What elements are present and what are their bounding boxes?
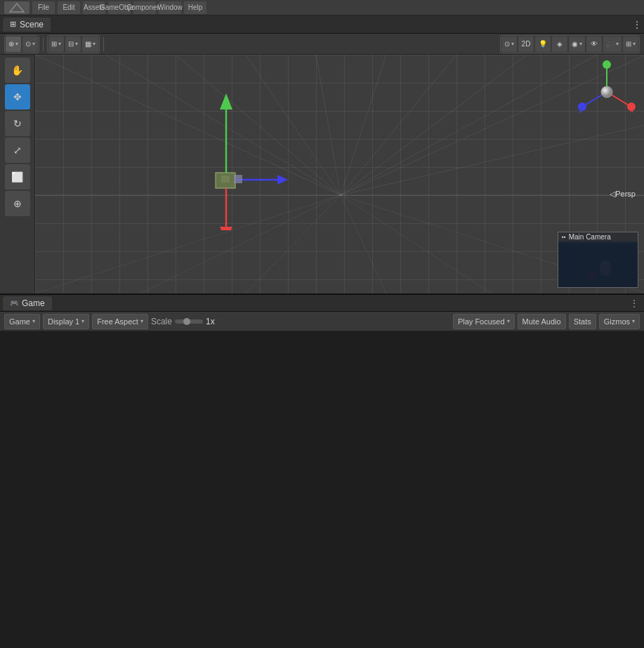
gizmos-btn[interactable]: Gizmos ▾ — [599, 314, 640, 329]
game-tab-more[interactable]: ⋮ — [627, 296, 641, 310]
move-snap-btn[interactable]: ⊞▾ — [48, 37, 64, 52]
game-tab-label: Game — [22, 298, 45, 308]
move-tool[interactable]: ✥ — [5, 84, 30, 110]
light-btn[interactable]: 💡 — [535, 37, 551, 52]
transform-tool[interactable]: ⊕ — [5, 191, 30, 216]
camera-preview: ▪▪ Main Camera — [558, 232, 638, 288]
rect-tool[interactable]: ⬜ — [5, 164, 30, 190]
svg-text:X: X — [630, 107, 634, 114]
scene-perspective — [35, 55, 644, 293]
scale-thumb — [183, 318, 190, 325]
render-group: ⊙▾ 2D 💡 ◈ ◉▾ 👁 🎥▾ ⊞▾ — [500, 35, 640, 53]
scale-area: Scale 1x — [151, 317, 215, 326]
globe-btn[interactable]: ⊙▾ — [501, 37, 517, 52]
svg-marker-23 — [220, 93, 232, 110]
svg-rect-42 — [588, 271, 596, 281]
transform-gizmo — [176, 90, 288, 232]
sep1 — [43, 37, 44, 51]
component-menu[interactable]: Component — [133, 1, 156, 14]
scene-toolbar: ⊕▾ ⊙▾ ⊞▾ ⊟▾ ▦▾ ⊙▾ 2D 💡 ◈ ◉▾ 👁 — [0, 34, 644, 55]
scene-tab-label: Scene — [20, 20, 44, 29]
transform-group: ⊞▾ ⊟▾ ▦▾ — [47, 35, 100, 53]
aspect-btn[interactable]: Free Aspect ▾ — [92, 314, 148, 329]
2d-btn[interactable]: 2D — [518, 37, 534, 52]
scene-tab-icon: ⊞ — [10, 20, 16, 29]
svg-text:Y: Y — [605, 60, 609, 65]
pivot-group: ⊕▾ ⊙▾ — [4, 35, 39, 53]
game-toolbar: Game ▾ Display 1 ▾ Free Aspect ▾ Scale 1… — [0, 312, 644, 331]
svg-point-36 — [601, 86, 612, 98]
gizmo-overlay: Y X Z — [575, 60, 638, 124]
audio-btn[interactable]: ◈ — [552, 37, 567, 52]
help-menu[interactable]: Help — [184, 1, 206, 14]
scene-tab-row: ⊞ Scene ⋮ — [0, 15, 644, 34]
game-tab-row: 🎮 Game ⋮ — [0, 293, 644, 312]
svg-marker-0 — [10, 4, 24, 12]
visibility-btn[interactable]: 👁 — [586, 37, 602, 52]
scene-container: ✋ ✥ ↻ ⤢ ⬜ ⊕ — [0, 55, 644, 293]
grid-btn[interactable]: ▦▾ — [82, 37, 98, 52]
display-btn[interactable]: Display 1 ▾ — [43, 314, 89, 329]
unity-logo — [4, 1, 29, 14]
game-tab-icon: 🎮 — [10, 299, 18, 307]
mute-audio-btn[interactable]: Mute Audio — [518, 314, 566, 329]
local-btn[interactable]: ⊙▾ — [22, 37, 38, 52]
file-menu[interactable]: File — [32, 1, 55, 14]
snap-btn[interactable]: ⊟▾ — [65, 37, 81, 52]
gizmo-btn[interactable]: ⊞▾ — [623, 37, 638, 52]
game-mode-btn[interactable]: Game ▾ — [4, 314, 40, 329]
svg-rect-40 — [570, 246, 626, 285]
svg-line-8 — [341, 55, 456, 195]
top-bar: File Edit Assets GameObject Component Wi… — [0, 0, 644, 15]
window-menu[interactable]: Window — [159, 1, 181, 14]
scene-viewport[interactable]: ◁Persp Y X Z — [35, 55, 644, 293]
play-focused-btn[interactable]: Play Focused ▾ — [453, 314, 515, 329]
persp-label: ◁Persp — [610, 190, 636, 199]
stats-btn[interactable]: Stats — [569, 314, 596, 329]
svg-marker-27 — [277, 175, 288, 185]
camera-preview-label: ▪▪ Main Camera — [558, 232, 638, 242]
scale-slider[interactable] — [175, 319, 203, 324]
svg-rect-28 — [234, 175, 242, 183]
svg-rect-21 — [221, 176, 230, 183]
scene-tab-more[interactable]: ⋮ — [633, 20, 641, 29]
sep2 — [103, 37, 104, 51]
left-tools: ✋ ✥ ↻ ⤢ ⬜ ⊕ — [0, 55, 35, 293]
game-tab[interactable]: 🎮 Game — [3, 296, 52, 310]
svg-line-6 — [316, 55, 341, 195]
camera-preview-inner — [558, 244, 638, 287]
svg-line-12 — [341, 125, 644, 195]
svg-text:Z: Z — [579, 107, 582, 114]
scene-tab[interactable]: ⊞ Scene — [3, 18, 51, 32]
scale-tool[interactable]: ⤢ — [5, 138, 30, 163]
pivot-btn[interactable]: ⊕▾ — [6, 37, 21, 52]
svg-rect-41 — [600, 260, 611, 276]
camera-btn[interactable]: 🎥▾ — [603, 37, 622, 52]
effects-btn[interactable]: ◉▾ — [569, 37, 585, 52]
svg-marker-25 — [220, 227, 232, 230]
hand-tool[interactable]: ✋ — [5, 58, 30, 83]
edit-menu[interactable]: Edit — [58, 1, 80, 14]
rotate-tool[interactable]: ↻ — [5, 111, 30, 136]
